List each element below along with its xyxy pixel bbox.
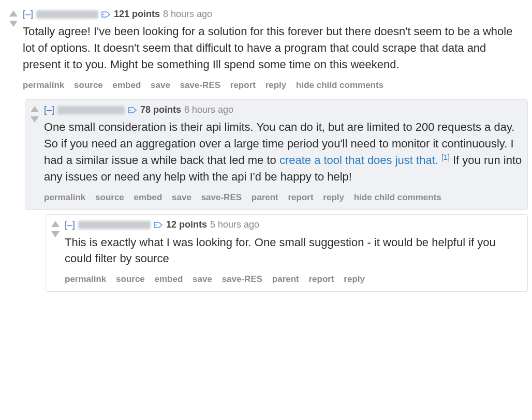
vote-column	[27, 104, 44, 205]
action-permalink[interactable]: permalink	[65, 274, 106, 284]
age-label: 8 hours ago	[163, 8, 212, 20]
downvote-icon[interactable]	[50, 230, 61, 238]
inline-link[interactable]: create a tool that does just that.	[279, 154, 438, 167]
collapse-toggle[interactable]: [–]	[44, 104, 54, 116]
author-username[interactable]	[57, 106, 125, 114]
points-label: 121 points	[114, 8, 160, 20]
author-username[interactable]	[36, 10, 98, 19]
action-reply[interactable]: reply	[344, 274, 365, 284]
comment-actions: permalink source embed save save-RES par…	[44, 190, 523, 205]
action-reply[interactable]: reply	[265, 80, 287, 90]
upvote-icon[interactable]	[50, 220, 61, 228]
comment-actions: permalink source embed save save-RES par…	[65, 272, 523, 287]
action-embed[interactable]: embed	[155, 274, 183, 284]
svg-point-2	[155, 224, 156, 226]
comment-meta: [–] 78 points 8 hours ago	[44, 104, 523, 116]
age-label: 5 hours ago	[210, 219, 259, 231]
action-parent[interactable]: parent	[252, 192, 278, 202]
points-label: 12 points	[166, 219, 207, 231]
svg-point-1	[129, 109, 130, 110]
comment-body: This is exactly what I was looking for. …	[65, 234, 523, 267]
comment-content: [–] 12 points 5 hours ago This is exactl…	[65, 219, 523, 287]
action-hide-children[interactable]: hide child comments	[296, 80, 383, 90]
action-permalink[interactable]: permalink	[23, 80, 64, 90]
action-save[interactable]: save	[172, 192, 191, 202]
upvote-icon[interactable]	[8, 9, 19, 18]
action-parent[interactable]: parent	[272, 274, 299, 284]
action-save-res[interactable]: save-RES	[180, 80, 220, 90]
comment-body: One small consideration is their api lim…	[44, 119, 523, 185]
vote-column	[48, 219, 65, 287]
tag-icon[interactable]	[128, 106, 137, 114]
author-username[interactable]	[78, 221, 151, 229]
points-label: 78 points	[140, 104, 181, 116]
downvote-icon[interactable]	[8, 20, 19, 28]
comment-item: [–] 121 points 8 hours ago Totally agree…	[4, 4, 528, 97]
action-report[interactable]: report	[309, 274, 334, 284]
svg-point-0	[103, 13, 104, 14]
action-hide-children[interactable]: hide child comments	[354, 192, 441, 202]
age-label: 8 hours ago	[184, 104, 233, 116]
vote-column	[6, 8, 23, 93]
action-report[interactable]: report	[288, 192, 314, 202]
action-embed[interactable]: embed	[113, 80, 141, 90]
action-save-res[interactable]: save-RES	[201, 192, 242, 202]
tag-icon[interactable]	[101, 10, 111, 19]
action-save[interactable]: save	[151, 80, 170, 90]
comment-content: [–] 121 points 8 hours ago Totally agree…	[23, 8, 524, 93]
action-reply[interactable]: reply	[323, 192, 344, 202]
link-reference-sup[interactable]: [1]	[441, 153, 450, 161]
comment-content: [–] 78 points 8 hours ago One small cons…	[44, 104, 523, 205]
action-source[interactable]: source	[95, 192, 124, 202]
comment-actions: permalink source embed save save-RES rep…	[23, 78, 524, 93]
action-permalink[interactable]: permalink	[44, 192, 85, 202]
action-source[interactable]: source	[116, 274, 145, 284]
downvote-icon[interactable]	[29, 115, 40, 124]
upvote-icon[interactable]	[29, 105, 40, 113]
action-save-res[interactable]: save-RES	[222, 274, 262, 284]
tag-icon[interactable]	[154, 221, 163, 229]
collapse-toggle[interactable]: [–]	[65, 219, 75, 231]
action-source[interactable]: source	[74, 80, 103, 90]
collapse-toggle[interactable]: [–]	[23, 8, 33, 20]
comment-body: Totally agree! I've been looking for a s…	[23, 23, 524, 73]
comment-meta: [–] 121 points 8 hours ago	[23, 8, 524, 20]
action-report[interactable]: report	[230, 80, 256, 90]
comment-item: [–] 12 points 5 hours ago This is exactl…	[46, 214, 528, 292]
comment-meta: [–] 12 points 5 hours ago	[65, 219, 523, 231]
action-embed[interactable]: embed	[134, 192, 162, 202]
comment-item: [–] 78 points 8 hours ago One small cons…	[25, 99, 528, 210]
action-save[interactable]: save	[193, 274, 212, 284]
